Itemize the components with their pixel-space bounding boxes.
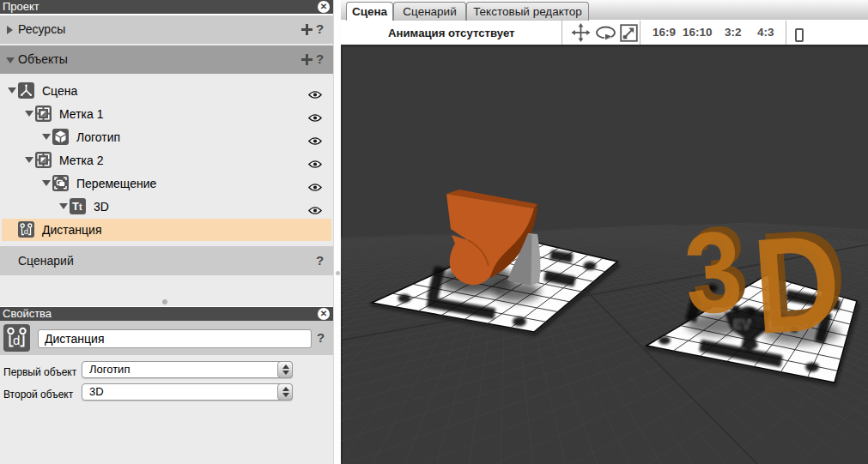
svg-text:d: d: [24, 226, 28, 236]
svg-text:t: t: [79, 202, 82, 212]
svg-text:D: D: [749, 206, 845, 363]
svg-text:d: d: [13, 333, 20, 347]
svg-text:3: 3: [681, 207, 746, 338]
svg-text:T: T: [72, 200, 79, 213]
